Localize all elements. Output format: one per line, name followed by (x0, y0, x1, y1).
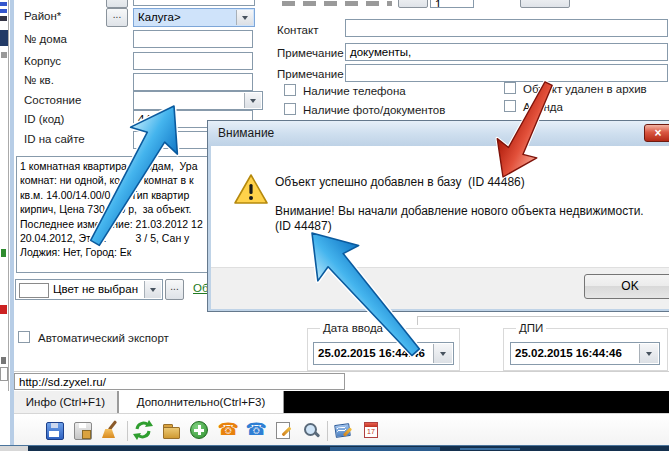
call-orange-icon[interactable]: ☎ (217, 420, 239, 442)
photo-checkbox-label: Наличие фото/документов (303, 104, 445, 116)
top-row-combobox[interactable] (133, 0, 255, 6)
apartment-input[interactable] (133, 73, 253, 91)
toolbar-separator (127, 421, 128, 441)
dialog-message-line1: Объект успешно добавлен в базу (ID 44486… (275, 175, 525, 189)
state-dropdown-button[interactable] (244, 93, 261, 108)
dpi-value: 25.02.2015 16:44:46 (515, 347, 622, 359)
auto-export-checkbox[interactable] (18, 331, 30, 343)
dialog-body: Объект успешно добавлен в базу (ID 44486… (211, 146, 669, 267)
lock-icon (82, 430, 91, 439)
broom-head (102, 429, 115, 438)
ok-button[interactable]: OK (584, 274, 669, 299)
tab-info[interactable]: Инфо (Ctrl+F1) (14, 391, 118, 413)
call-blue-icon[interactable]: ☎ (245, 420, 267, 442)
color-value: Цвет не выбран (53, 283, 138, 295)
dialog-message-line2: Внимание! Вы начали добавление нового об… (275, 204, 644, 218)
add-object-icon[interactable] (189, 420, 211, 442)
site-id-label: ID на сайте (24, 133, 85, 145)
bg-fragment (0, 9, 7, 13)
note2-label: Примечание 2 (277, 68, 353, 80)
state-combobox[interactable] (133, 91, 263, 110)
floppy-shutter (79, 423, 86, 428)
id-label: ID (код) (24, 113, 64, 125)
clear-broom-icon[interactable] (100, 420, 122, 442)
bg-fragment (0, 2, 7, 6)
separator-line (14, 371, 669, 372)
calendar-icon[interactable]: 17 (361, 420, 383, 442)
refresh-icon[interactable] (133, 420, 155, 442)
district-value: Калуга> (138, 11, 181, 23)
calendar-day: 17 (364, 428, 378, 435)
bg-fragment (1, 357, 6, 364)
top-row-value[interactable]: 1 (430, 0, 474, 8)
bg-fragment (0, 305, 7, 314)
chevron-down-icon (440, 352, 446, 359)
url-input[interactable]: http://sd.zyxel.ru/ (14, 373, 345, 390)
dpi-dropdown-button[interactable] (639, 344, 658, 363)
apartment-label: № кв. (24, 74, 54, 86)
phone-checkbox[interactable] (284, 84, 296, 96)
color-browse-button[interactable]: ... (165, 279, 184, 300)
dialog-close-button[interactable]: × (644, 124, 669, 142)
dialog-message-line3: (ID 44487) (275, 219, 332, 233)
chevron-down-icon (250, 99, 256, 106)
building-input[interactable] (133, 52, 253, 70)
district-browse-button[interactable]: ... (106, 8, 128, 27)
archive-checkbox[interactable] (504, 82, 516, 94)
note1-label: Примечание 1 (277, 47, 353, 59)
state-label: Состояние (24, 94, 81, 106)
top-row-minus-button[interactable] (398, 0, 428, 8)
dpi-group-label: ДПИ (516, 322, 546, 334)
tab-additional[interactable]: Дополнительно(Ctrl+F3) (118, 391, 284, 413)
cutoff-label-fragment (282, 1, 392, 6)
status-strip-left-gap (0, 446, 28, 451)
bg-fragment (0, 367, 8, 381)
status-fragment (460, 448, 520, 450)
archive-checkbox-label: Объект удален в архив (523, 83, 647, 95)
folder-body (163, 427, 180, 439)
calendar-header (365, 423, 377, 427)
date-entered-combobox[interactable]: 25.02.2015 16:44:46 (313, 342, 454, 365)
chevron-down-icon (646, 352, 652, 359)
description-textarea[interactable]: 1 комнатная квартира, Продам, Ура комнат… (16, 156, 213, 273)
color-combobox[interactable]: Цвет не выбран (15, 279, 163, 300)
chevron-down-icon (242, 16, 248, 23)
photo-checkbox[interactable] (284, 103, 296, 115)
status-strip (0, 445, 669, 451)
floppy-label (49, 431, 59, 437)
building-label: Корпус (24, 55, 61, 67)
top-row-browse-button[interactable] (106, 0, 128, 8)
contact-label: Контакт (277, 24, 318, 36)
district-combobox[interactable]: Калуга> (133, 8, 255, 27)
rent-checkbox-label: Аренда (523, 101, 563, 113)
save-icon[interactable] (44, 420, 66, 442)
bg-fragment (1, 249, 6, 257)
note2-input[interactable] (345, 64, 668, 82)
status-fragment (330, 447, 440, 451)
auto-export-label: Автоматический экспорт (38, 332, 169, 344)
contact-input[interactable] (345, 19, 668, 37)
color-dropdown-button[interactable] (144, 281, 161, 298)
chevron-down-icon (150, 288, 156, 295)
bg-fragment (1, 52, 7, 58)
top-row-plus-button[interactable] (520, 0, 570, 8)
date-entered-dropdown-button[interactable] (433, 344, 452, 363)
dialog-title-bar: Внимание (208, 121, 669, 146)
search-icon[interactable] (301, 420, 323, 442)
phone-checkbox-label: Наличие телефона (303, 85, 406, 97)
export-card-icon[interactable] (333, 420, 355, 442)
rent-checkbox[interactable] (504, 100, 516, 112)
date-entered-group-label: Дата ввода (320, 322, 386, 334)
tab-strip: Инфо (Ctrl+F1) Дополнительно(Ctrl+F3) (14, 391, 669, 413)
folder-icon[interactable] (161, 420, 183, 442)
district-dropdown-button[interactable] (236, 10, 253, 25)
edit-note-icon[interactable] (273, 420, 295, 442)
save-protected-icon[interactable] (72, 420, 94, 442)
district-label: Район* (24, 10, 61, 22)
dpi-combobox[interactable]: 25.02.2015 16:44:46 (510, 342, 660, 365)
house-input[interactable] (133, 30, 253, 48)
lens-handle (314, 431, 320, 437)
house-label: № дома (24, 33, 67, 45)
dialog-attention: Внимание × Объект успешно добавлен в баз… (207, 120, 669, 312)
note1-input[interactable]: документы, (345, 43, 668, 61)
